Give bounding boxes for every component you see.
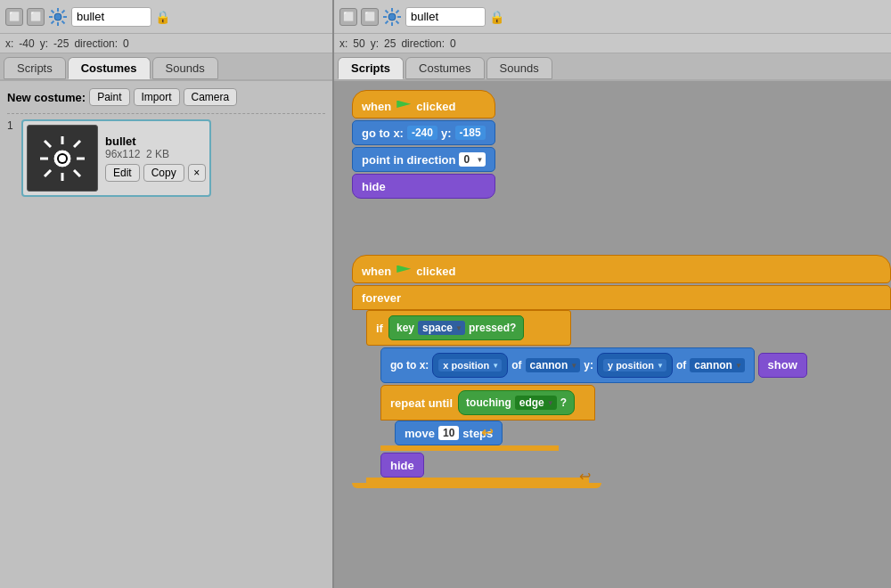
- svg-line-28: [386, 20, 388, 23]
- tab-scripts-right[interactable]: Scripts: [338, 57, 404, 79]
- when-clicked-block-1[interactable]: when clicked: [352, 90, 495, 118]
- svg-line-15: [74, 141, 80, 147]
- delete-sprite-btn-right[interactable]: ⬜: [361, 8, 379, 26]
- svg-line-14: [74, 170, 80, 176]
- inner-if-section: go to x: x position of cannon y: y posit…: [380, 346, 891, 451]
- svg-line-26: [396, 20, 399, 23]
- y-position-block[interactable]: y position: [597, 353, 673, 378]
- svg-line-7: [62, 10, 65, 12]
- steps-value[interactable]: 10: [438, 426, 459, 440]
- show-block[interactable]: show: [758, 353, 807, 378]
- hide-block-2[interactable]: hide: [380, 453, 424, 478]
- after-repeat-section: hide: [380, 451, 891, 478]
- goto-cannon-block[interactable]: go to x: x position of cannon y: y posit…: [380, 347, 755, 383]
- tab-costumes-left[interactable]: Costumes: [68, 57, 151, 79]
- tab-sounds-left[interactable]: Sounds: [152, 57, 218, 79]
- when-label-2: when: [362, 265, 391, 278]
- svg-point-19: [59, 155, 66, 162]
- key-dropdown[interactable]: space: [418, 321, 465, 335]
- loop-arrow-1: ↩: [481, 424, 493, 441]
- script-area: when clicked go to x: -240 y: -185 point…: [334, 81, 891, 588]
- hide-label-2: hide: [390, 459, 414, 472]
- goto-y-value[interactable]: -185: [455, 126, 486, 140]
- sunburst-icon-left: [48, 7, 68, 27]
- forever-bottom: ↩: [352, 483, 601, 488]
- paint-button[interactable]: Paint: [89, 88, 129, 106]
- left-y-value: -25: [53, 37, 69, 50]
- camera-button[interactable]: Camera: [184, 88, 238, 106]
- svg-line-6: [62, 20, 65, 23]
- copy-sprite-btn-right[interactable]: ⬜: [339, 8, 357, 26]
- edge-dropdown[interactable]: edge: [515, 396, 557, 410]
- y-pos-dropdown[interactable]: y position: [603, 359, 666, 372]
- go-to-block[interactable]: go to x: -240 y: -185: [352, 120, 495, 145]
- pressed-label: pressed?: [469, 322, 516, 334]
- goto2-label: go to x:: [390, 359, 429, 372]
- costumes-content: New costume: Paint Import Camera 1: [0, 81, 332, 588]
- left-sprite-name-input[interactable]: [71, 7, 151, 27]
- costume-info: bullet 96x112 2 KB Edit Copy ×: [105, 135, 206, 182]
- import-button[interactable]: Import: [134, 88, 180, 106]
- costume-item: bullet 96x112 2 KB Edit Copy ×: [21, 119, 211, 197]
- right-x-label: x:: [339, 37, 347, 50]
- costume-divider: [7, 113, 325, 114]
- x-position-block[interactable]: x position: [432, 353, 508, 378]
- lock-icon-right: 🔒: [489, 10, 504, 24]
- repeat-until-label: repeat until: [390, 396, 453, 410]
- if-block[interactable]: if key space pressed?: [366, 310, 571, 346]
- forever-label: forever: [362, 291, 401, 305]
- copy-sprite-btn[interactable]: ⬜: [5, 8, 23, 26]
- right-direction-value: 0: [450, 37, 456, 50]
- forever-block[interactable]: forever: [352, 285, 891, 310]
- direction-dropdown[interactable]: 0: [459, 152, 486, 167]
- repeat-body: move 10 steps ↩: [395, 421, 891, 445]
- of-label-1: of: [511, 359, 521, 372]
- clicked-label-2: clicked: [416, 265, 455, 278]
- svg-line-27: [396, 10, 399, 12]
- if-section: if key space pressed? go to x: x positio…: [366, 310, 891, 483]
- y-label-2: y:: [584, 359, 593, 372]
- delete-sprite-btn[interactable]: ⬜: [27, 8, 45, 26]
- block-stack-1: when clicked go to x: -240 y: -185 point…: [352, 90, 495, 199]
- right-tabs-bar: Scripts Costumes Sounds: [334, 53, 891, 81]
- hide-block-1[interactable]: hide: [352, 174, 495, 199]
- left-x-value: -40: [19, 37, 34, 50]
- goto-x-value[interactable]: -240: [407, 126, 437, 140]
- cannon-dropdown-1[interactable]: cannon: [526, 358, 581, 372]
- key-label: key: [396, 322, 414, 334]
- right-x-value: 50: [353, 37, 364, 50]
- left-direction-label: direction:: [74, 37, 118, 50]
- delete-costume-button[interactable]: ×: [188, 164, 206, 182]
- svg-line-25: [386, 10, 388, 12]
- tab-scripts-left[interactable]: Scripts: [4, 57, 66, 79]
- copy-button[interactable]: Copy: [143, 164, 184, 182]
- svg-line-5: [52, 10, 54, 12]
- show-label: show: [768, 358, 797, 372]
- left-coords-bar: x: -40 y: -25 direction: 0: [0, 34, 332, 53]
- sunburst-icon-right: [382, 7, 402, 27]
- right-sprite-name-input[interactable]: [405, 7, 486, 27]
- tab-costumes-right[interactable]: Costumes: [405, 57, 485, 79]
- move-block[interactable]: move 10 steps ↩: [395, 421, 503, 445]
- edit-button[interactable]: Edit: [105, 164, 140, 182]
- tab-sounds-right[interactable]: Sounds: [486, 57, 552, 79]
- block-stack-2: when clicked forever if key space presse…: [352, 255, 891, 488]
- x-pos-dropdown[interactable]: x position: [438, 359, 502, 372]
- costume-size: 96x112 2 KB: [105, 148, 206, 160]
- right-coords-bar: x: 50 y: 25 direction: 0: [334, 34, 891, 53]
- lock-icon-left: 🔒: [155, 10, 170, 24]
- point-direction-block[interactable]: point in direction 0: [352, 147, 495, 172]
- right-y-value: 25: [384, 37, 396, 50]
- svg-line-13: [45, 141, 51, 147]
- right-sprite-header: ⬜ ⬜ 🔒: [334, 0, 891, 34]
- clicked-label-1: clicked: [416, 100, 455, 113]
- when-clicked-block-2[interactable]: when clicked: [352, 255, 891, 283]
- left-x-label: x:: [5, 37, 13, 50]
- repeat-until-block[interactable]: repeat until touching edge ?: [380, 385, 595, 421]
- svg-line-16: [45, 170, 51, 176]
- touching-block[interactable]: touching edge ?: [458, 390, 575, 415]
- new-costume-label: New costume:: [7, 91, 86, 104]
- left-panel: ⬜ ⬜ 🔒 x: -40 y: -25 direction: 0 Scripts…: [0, 0, 334, 588]
- key-pressed-block[interactable]: key space pressed?: [388, 315, 524, 340]
- cannon-dropdown-2[interactable]: cannon: [690, 358, 745, 372]
